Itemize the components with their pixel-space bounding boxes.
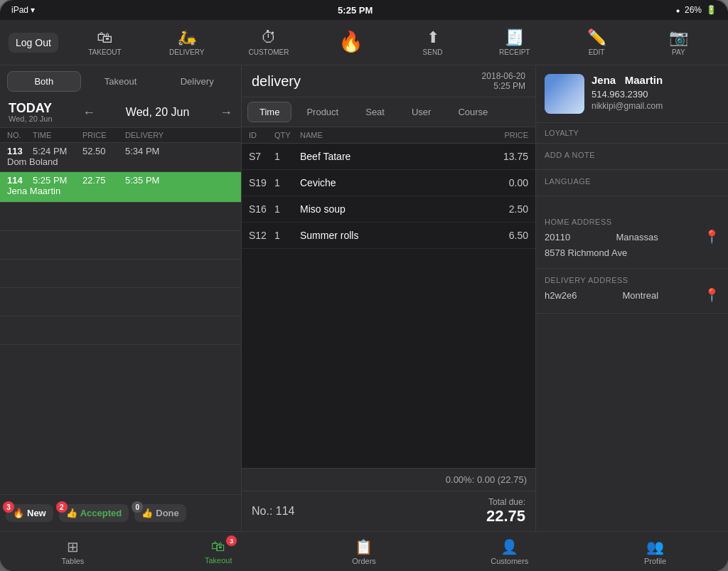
tab-course[interactable]: Course [446, 102, 500, 122]
home-address-city-row: 20110 Manassas 📍 [545, 229, 719, 245]
item-id-3: S12 [249, 230, 274, 241]
takeout-nav-item[interactable]: 🛍 TAKEOUT [83, 28, 126, 56]
item-price-0: 13.75 [471, 151, 528, 162]
bottom-nav-profile[interactable]: 👥 Profile [627, 538, 684, 565]
bluetooth-status: ⬥ [675, 5, 680, 15]
delivery-address-row: h2w2e6 Montreal 📍 [545, 287, 719, 303]
delivery-city: Montreal [622, 290, 658, 301]
send-label: SEND [423, 48, 443, 56]
receipt-nav-item[interactable]: 🧾 RECEIPT [493, 28, 536, 56]
delivery-header: delivery 2018-06-20 5:25 PM [242, 65, 535, 97]
profile-icon: 👥 [646, 538, 664, 555]
pay-icon: 📷 [669, 28, 688, 47]
home-location-icon[interactable]: 📍 [704, 229, 719, 245]
flame-icon: 🔥 [338, 30, 363, 53]
delivery-icon: 🛵 [177, 28, 196, 47]
delivery-nav-item[interactable]: 🛵 DELIVERY [166, 28, 208, 56]
tab-product[interactable]: Product [294, 102, 350, 122]
logo-nav-item[interactable]: 🔥 [329, 30, 372, 55]
items-col-id: ID [249, 131, 274, 139]
next-date-arrow[interactable]: → [220, 105, 232, 120]
battery-icon: 🔋 [706, 5, 717, 15]
bottom-nav-orders[interactable]: 📋 Orders [336, 538, 392, 565]
takeout-nav-badge: 3 [226, 535, 237, 546]
thumbsup-icon: 👍 [66, 508, 77, 518]
tab-seat[interactable]: Seat [353, 102, 397, 122]
col-delivery: DELIVERY [125, 131, 182, 139]
bottom-nav-takeout[interactable]: 3 🛍 Takeout [190, 538, 247, 565]
send-nav-item[interactable]: ⬆ SEND [412, 28, 454, 56]
filter-tab-takeout[interactable]: Takeout [84, 71, 158, 92]
customer-nav-item[interactable]: ⏱ CUSTOMER [247, 28, 290, 56]
main-content: Both Takeout Delivery TODAY Wed, 20 Jun … [0, 65, 728, 531]
home-address-title: HOME ADDRESS [545, 218, 719, 226]
ipad-device: iPad ▾ 5:25 PM ⬥ 26% 🔋 Log Out 🛍 TAKEOUT… [0, 0, 728, 571]
items-header: ID QTY NAME PRICE [242, 127, 535, 144]
order-row-114[interactable]: 114 5:25 PM 22.75 5:35 PM Jena Maartin [0, 172, 241, 203]
logout-button[interactable]: Log Out [9, 33, 58, 53]
prev-date-arrow[interactable]: ← [82, 105, 95, 120]
language-section[interactable]: LANGUAGE [536, 170, 728, 196]
col-no: NO. [7, 131, 33, 139]
add-note-label: ADD A NOTE [545, 151, 719, 159]
loyalty-label: Loyalty [545, 129, 719, 137]
delivery-date: 2018-06-20 5:25 PM [482, 71, 525, 91]
item-row-1[interactable]: S19 1 Ceviche 0.00 [242, 170, 535, 196]
spacer [536, 196, 728, 210]
filter-tab-both[interactable]: Both [7, 71, 81, 92]
done-icon: 👍 [141, 508, 153, 518]
loyalty-section: Loyalty [536, 123, 728, 144]
item-row-2[interactable]: S16 1 Miso soup 2.50 [242, 196, 535, 223]
tables-label: Tables [61, 557, 84, 565]
takeout-label: TAKEOUT [88, 48, 121, 56]
items-list: S7 1 Beef Tatare 13.75 S19 1 Ceviche 0.0… [242, 144, 535, 468]
items-col-name: NAME [300, 131, 471, 139]
col-price: PRICE [82, 131, 125, 139]
new-icon: 🔥 [13, 508, 24, 518]
pay-label: PAY [672, 48, 685, 56]
accepted-badge: 2 [56, 501, 68, 513]
filter-tab-delivery[interactable]: Delivery [160, 71, 234, 92]
current-date: Wed, 20 Jun [126, 106, 190, 119]
items-footer: 0.00%: 0.00 (22.75) [242, 468, 535, 491]
accepted-label: Accepted [80, 508, 122, 518]
edit-icon: ✏️ [587, 28, 606, 47]
delivery-title: delivery [252, 73, 301, 90]
item-row-3[interactable]: S12 1 Summer rolls 6.50 [242, 223, 535, 249]
tab-user[interactable]: User [400, 102, 443, 122]
order-number: No.: 114 [252, 505, 294, 518]
status-left: iPad ▾ [11, 5, 35, 15]
home-address-street-row: 8578 Richmond Ave [545, 247, 719, 258]
new-button[interactable]: 3 🔥 New [6, 504, 53, 522]
ipad-label: iPad ▾ [11, 5, 35, 15]
tab-time[interactable]: Time [247, 102, 291, 122]
item-qty-0: 1 [274, 151, 300, 162]
item-qty-1: 1 [274, 177, 300, 188]
empty-row-4 [0, 288, 241, 316]
accepted-button[interactable]: 2 👍 Accepted [59, 504, 129, 522]
pay-nav-item[interactable]: 📷 PAY [657, 28, 700, 56]
bottom-nav-customers[interactable]: 👤 Customers [481, 538, 538, 565]
delivery-address-section: DELIVERY ADDRESS h2w2e6 Montreal 📍 [536, 269, 728, 314]
order-row-113[interactable]: 113 5:24 PM 52.50 5:34 PM Dom Boland [0, 143, 241, 172]
add-note-section[interactable]: ADD A NOTE [536, 144, 728, 170]
item-name-0: Beef Tatare [300, 151, 471, 162]
edit-nav-item[interactable]: ✏️ EDIT [575, 28, 618, 56]
bottom-nav-tables[interactable]: ⊞ Tables [44, 538, 101, 565]
total-amount: 22.75 [486, 507, 525, 525]
item-qty-2: 1 [274, 203, 300, 215]
today-label: TODAY [9, 102, 53, 114]
home-address-section: HOME ADDRESS 20110 Manassas 📍 8578 Richm… [536, 210, 728, 269]
col-time: TIME [33, 131, 82, 139]
delivery-address-title: DELIVERY ADDRESS [545, 276, 719, 284]
customer-phone: 514.963.2390 [592, 89, 719, 100]
done-button[interactable]: 0 👍 Done [134, 504, 186, 522]
delivery-location-icon[interactable]: 📍 [704, 287, 719, 303]
empty-row-5 [0, 316, 241, 345]
total-due-block: Total due: 22.75 [486, 497, 525, 525]
takeout-bottom-icon: 🛍 [211, 538, 225, 555]
item-price-3: 6.50 [471, 230, 528, 241]
item-row-0[interactable]: S7 1 Beef Tatare 13.75 [242, 144, 535, 170]
items-col-qty: QTY [274, 131, 300, 139]
send-icon: ⬆ [427, 28, 439, 47]
